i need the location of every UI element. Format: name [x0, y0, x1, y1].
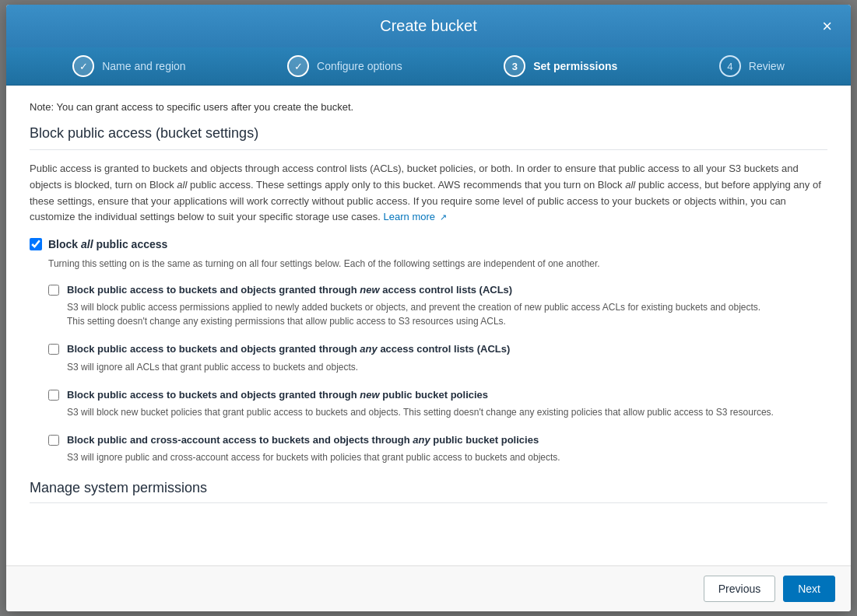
- steps-bar: ✓ Name and region ✓ Configure options 3 …: [6, 47, 851, 86]
- sub-option-2-row: Block public access to buckets and objec…: [48, 342, 827, 356]
- modal-footer: Previous Next: [6, 565, 851, 611]
- manage-section: Manage system permissions: [30, 480, 827, 503]
- main-checkbox-description: Turning this setting on is the same as t…: [48, 257, 827, 271]
- next-button[interactable]: Next: [783, 576, 835, 602]
- note-text: Note: You can grant access to specific u…: [30, 101, 827, 113]
- previous-button[interactable]: Previous: [704, 576, 775, 602]
- desc-all1: all: [177, 179, 187, 191]
- sub-option-3-checkbox[interactable]: [48, 390, 59, 401]
- step-4-label: Review: [749, 60, 785, 72]
- step-name-region[interactable]: ✓ Name and region: [72, 55, 185, 77]
- block-all-checkbox[interactable]: [30, 238, 42, 250]
- desc-part2: public access. These settings apply only…: [187, 179, 625, 191]
- sub-option-1-checkbox[interactable]: [48, 285, 59, 296]
- learn-more-link[interactable]: Learn more ↗: [384, 211, 447, 222]
- sub-option-3-label[interactable]: Block public access to buckets and objec…: [67, 388, 488, 402]
- step-review[interactable]: 4 Review: [719, 55, 785, 77]
- sub-option-4-label[interactable]: Block public and cross-account access to…: [67, 433, 539, 447]
- step-3-label: Set permissions: [533, 60, 617, 72]
- manage-section-divider: [30, 502, 827, 503]
- block-all-public-access-group: Block all public access Turning this set…: [30, 238, 827, 464]
- manage-section-title: Manage system permissions: [30, 480, 827, 496]
- main-checkbox-row: Block all public access: [30, 238, 827, 250]
- block-all-label[interactable]: Block all public access: [48, 238, 167, 250]
- close-button[interactable]: ×: [816, 15, 838, 38]
- sub-option-2-checkbox[interactable]: [48, 344, 59, 355]
- sub-options-container: Block public access to buckets and objec…: [48, 283, 827, 464]
- sub-option-3-desc-1: S3 will block new bucket policies that g…: [67, 405, 827, 419]
- sub-option-1-desc-2: This setting doesn't change any existing…: [67, 314, 827, 328]
- sub-option-3-row: Block public access to buckets and objec…: [48, 388, 827, 402]
- sub-option-1-row: Block public access to buckets and objec…: [48, 283, 827, 297]
- sub-option-2: Block public access to buckets and objec…: [48, 342, 827, 373]
- step-3-icon: 3: [504, 55, 525, 77]
- modal-overlay: Create bucket × ✓ Name and region ✓ Conf…: [0, 0, 857, 616]
- sub-option-1-desc-1: S3 will block public access permissions …: [67, 300, 827, 314]
- step-1-label: Name and region: [102, 60, 185, 72]
- create-bucket-modal: Create bucket × ✓ Name and region ✓ Conf…: [6, 5, 851, 611]
- sub-option-4-desc-1: S3 will ignore public and cross-account …: [67, 450, 827, 464]
- external-link-icon: ↗: [440, 211, 447, 225]
- step-2-icon: ✓: [287, 55, 309, 77]
- sub-option-2-desc-1: S3 will ignore all ACLs that grant publi…: [67, 360, 827, 374]
- desc-all2: all: [625, 179, 635, 191]
- step-set-permissions[interactable]: 3 Set permissions: [504, 55, 617, 77]
- step-4-icon: 4: [719, 55, 741, 77]
- sub-option-4-row: Block public and cross-account access to…: [48, 433, 827, 447]
- step-2-label: Configure options: [317, 60, 402, 72]
- modal-header: Create bucket ×: [6, 5, 851, 47]
- sub-option-1: Block public access to buckets and objec…: [48, 283, 827, 328]
- step-configure-options[interactable]: ✓ Configure options: [287, 55, 402, 77]
- modal-content: Note: You can grant access to specific u…: [6, 86, 851, 565]
- sub-option-2-label[interactable]: Block public access to buckets and objec…: [67, 342, 510, 356]
- description-text: Public access is granted to buckets and …: [30, 161, 827, 226]
- step-1-icon: ✓: [72, 55, 94, 77]
- sub-option-4: Block public and cross-account access to…: [48, 433, 827, 464]
- sub-option-3: Block public access to buckets and objec…: [48, 388, 827, 419]
- section-divider: [30, 149, 827, 150]
- section-title: Block public access (bucket settings): [30, 125, 827, 142]
- sub-option-4-checkbox[interactable]: [48, 435, 59, 446]
- sub-option-1-label[interactable]: Block public access to buckets and objec…: [67, 283, 512, 297]
- modal-title: Create bucket: [380, 17, 477, 35]
